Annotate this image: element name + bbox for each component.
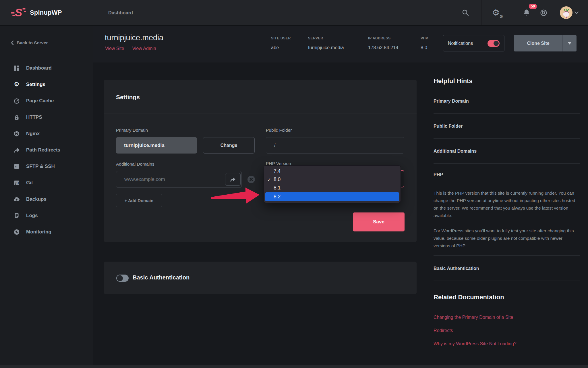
selected-check-icon: ✓ (267, 177, 274, 182)
lock-icon (13, 114, 20, 120)
divider (434, 281, 580, 281)
pulse-icon (13, 229, 20, 235)
dashboard-icon (13, 65, 20, 71)
sidebar-nav: Dashboard ⚙ Settings Page Cache HTTPS (0, 60, 93, 240)
notification-count-badge: 50 (529, 4, 537, 9)
spinupwp-app: S SpinupWP Dashboard ⚙⚙ 50 (0, 0, 588, 368)
forward-arrow-icon (230, 177, 236, 182)
divider (434, 138, 580, 139)
divider (104, 114, 417, 114)
additional-domains-label: Additional Domains (116, 162, 154, 167)
divider (434, 113, 580, 114)
speedometer-icon (13, 98, 20, 104)
hint-additional-domains[interactable]: Additional Domains (434, 149, 477, 154)
submit-domain-button[interactable] (225, 173, 241, 186)
hint-public-folder[interactable]: Public Folder (434, 124, 463, 129)
chevron-down-icon (568, 42, 571, 45)
top-bar: S SpinupWP Dashboard ⚙⚙ 50 (0, 0, 588, 26)
site-title: turnipjuice.media (105, 33, 163, 42)
back-to-server-link[interactable]: Back to Server (11, 40, 48, 45)
remove-domain-icon[interactable] (247, 175, 255, 183)
php-option-8-0[interactable]: ✓ 8.0 (264, 175, 401, 184)
nginx-icon (13, 131, 20, 137)
meta-value-site-user: abe (271, 45, 279, 50)
meta-value-server: turnipjuice.media (308, 45, 344, 50)
related-documentation-title: Related Documentation (434, 294, 504, 301)
sidebar-item-logs[interactable]: Logs (0, 207, 93, 224)
php-option-8-1[interactable]: 8.1 (264, 184, 401, 192)
helpful-hints-title: Helpful Hints (434, 77, 473, 85)
gear-icon: ⚙ (13, 81, 20, 88)
additional-domain-input[interactable] (116, 171, 242, 188)
clone-site-split-button: Clone Site (514, 35, 577, 51)
view-site-link[interactable]: View Site (105, 46, 124, 51)
change-domain-button[interactable]: Change (203, 137, 255, 154)
meta-label-server: SERVER (308, 36, 323, 40)
notifications-control: Notifications (443, 35, 504, 51)
basic-auth-toggle[interactable] (116, 275, 129, 282)
breadcrumb[interactable]: Dashboard (108, 0, 133, 25)
chevron-left-icon (11, 41, 14, 45)
doc-link-redirects[interactable]: Redirects (434, 328, 453, 333)
document-icon (13, 212, 20, 219)
sidebar-item-path-redirects[interactable]: Path Redirects (0, 142, 93, 158)
meta-value-ip-address: 178.62.84.214 (368, 45, 399, 50)
hint-php-paragraph-1: This is the PHP version that this site i… (434, 189, 579, 219)
sidebar-item-monitoring[interactable]: Monitoring (0, 224, 93, 240)
divider (434, 255, 580, 256)
git-icon: git (13, 180, 20, 186)
hint-php[interactable]: PHP (434, 172, 443, 177)
php-option-7-4[interactable]: 7.4 (264, 167, 401, 175)
search-icon[interactable] (457, 0, 473, 25)
brand-logo[interactable]: S SpinupWP (0, 0, 93, 25)
notifications-label: Notifications (448, 41, 473, 46)
basic-auth-title: Basic Authentication (133, 274, 189, 281)
sidebar-item-nginx[interactable]: Nginx (0, 125, 93, 142)
meta-label-site-user: SITE USER (271, 36, 291, 40)
settings-card-title: Settings (116, 94, 140, 101)
svg-text:S: S (15, 7, 22, 18)
topbar-divider (481, 0, 481, 25)
hint-basic-authentication[interactable]: Basic Authentication (434, 266, 479, 271)
add-domain-button[interactable]: + Add Domain (116, 194, 162, 207)
meta-label-ip-address: IP ADDRESS (368, 36, 391, 40)
save-button[interactable]: Save (353, 212, 405, 231)
notifications-toggle[interactable] (488, 40, 500, 47)
svg-text:>_: >_ (15, 165, 18, 168)
clone-site-dropdown-toggle[interactable] (562, 35, 577, 51)
php-option-8-2[interactable]: 8.2 (265, 192, 399, 201)
svg-text:git: git (15, 181, 19, 184)
redirect-arrow-icon (13, 147, 20, 153)
meta-value-php: 8.0 (421, 45, 427, 50)
spinupwp-logo-icon: S (11, 7, 26, 18)
doc-link-changing-primary-domain[interactable]: Changing the Primary Domain of a Site (434, 315, 513, 320)
terminal-icon: >_ (13, 163, 20, 170)
sidebar-item-backups[interactable]: Backups (0, 191, 93, 207)
settings-card: Settings Primary Domain turnipjuice.medi… (104, 80, 417, 242)
sidebar: Back to Server Dashboard ⚙ Settings Page… (0, 25, 93, 368)
lifebuoy-help-icon[interactable] (535, 0, 552, 25)
public-folder-label: Public Folder (266, 128, 292, 133)
primary-domain-value: turnipjuice.media (116, 137, 197, 154)
sidebar-item-git[interactable]: git Git (0, 175, 93, 191)
view-admin-link[interactable]: View Admin (132, 46, 156, 51)
meta-label-php: PHP (421, 36, 428, 40)
sidebar-item-settings[interactable]: ⚙ Settings (0, 76, 93, 93)
doc-link-wordpress-not-loading[interactable]: Why is my WordPress Site Not Loading? (434, 341, 517, 346)
site-header: turnipjuice.media View Site View Admin S… (93, 25, 588, 62)
hint-primary-domain[interactable]: Primary Domain (434, 99, 469, 104)
hint-php-paragraph-2: For WordPress sites you'll want to fully… (434, 227, 579, 250)
divider (434, 163, 580, 164)
sidebar-item-dashboard[interactable]: Dashboard (0, 60, 93, 76)
gear-icon[interactable]: ⚙⚙ (488, 0, 504, 25)
public-folder-input[interactable] (266, 137, 404, 154)
basic-authentication-card: Basic Authentication (104, 262, 417, 294)
clone-site-button[interactable]: Clone Site (514, 35, 562, 51)
brand-name: SpinupWP (30, 9, 62, 16)
sidebar-item-sftp-ssh[interactable]: >_ SFTP & SSH (0, 158, 93, 175)
sidebar-item-https[interactable]: HTTPS (0, 109, 93, 125)
sidebar-item-page-cache[interactable]: Page Cache (0, 93, 93, 109)
topbar-divider (511, 0, 511, 25)
chevron-down-icon[interactable] (571, 0, 582, 25)
window-bottom-edge (0, 365, 588, 368)
